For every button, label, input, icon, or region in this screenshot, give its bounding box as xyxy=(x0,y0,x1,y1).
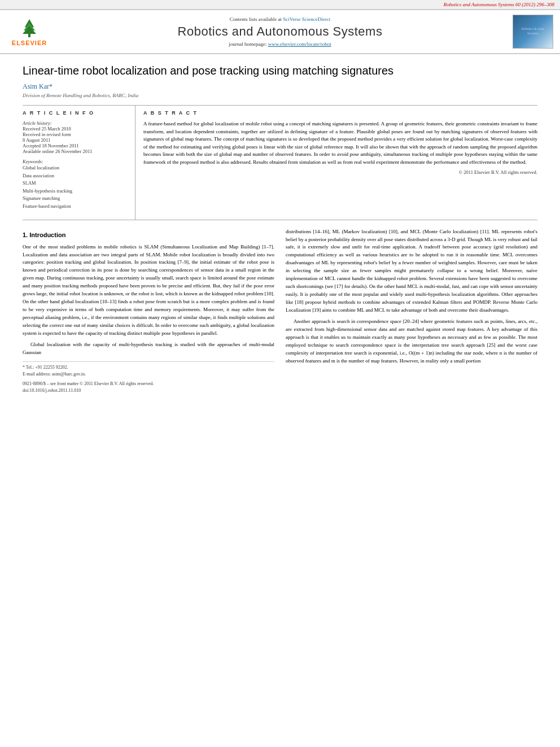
body-left-column: 1. Introduction One of the most studied … xyxy=(23,228,274,395)
journal-logo-right: Robotics & Auto Systems xyxy=(508,15,553,49)
revised-date: 8 August 2011 xyxy=(23,137,129,143)
intro-para-4: Another approach is search in correspond… xyxy=(286,318,537,365)
elsevier-tree-icon xyxy=(18,17,41,40)
journal-logo-image: Robotics & Auto Systems xyxy=(513,15,553,49)
footnote-tel: * Tel.: +91 22255 92202. xyxy=(23,364,274,371)
journal-url[interactable]: www.elsevier.com/locate/robot xyxy=(268,41,331,47)
main-content: Linear-time robot localization and pose … xyxy=(0,54,560,405)
footnote-email: E-mail address: asim@barc.gov.in. xyxy=(23,371,274,378)
article-info-label: A R T I C L E I N F O xyxy=(23,110,129,116)
keywords-list: Global localization Data association SLA… xyxy=(23,164,129,211)
journal-reference-bar: Robotics and Autonomous Systems 60 (2012… xyxy=(0,0,560,9)
sciverse-link[interactable]: SciVerse ScienceDirect xyxy=(283,16,330,22)
accepted-date: Accepted 18 November 2011 xyxy=(23,143,129,148)
keyword-1: Global localization xyxy=(23,164,129,172)
received-date: Received 25 March 2010 xyxy=(23,126,129,132)
body-right-column: distributions [14–16], ML (Markov locali… xyxy=(286,228,537,395)
abstract-text: A feature-based method for global locali… xyxy=(143,120,537,166)
footnote-issn: 0921-8890/$ – see front matter © 2011 El… xyxy=(23,381,274,387)
elsevier-wordmark: ELSEVIER xyxy=(12,40,47,46)
article-title: Linear-time robot localization and pose … xyxy=(23,63,537,78)
keywords-label: Keywords: xyxy=(23,159,129,164)
contents-available-line: Contents lists available at SciVerse Sci… xyxy=(52,16,508,22)
journal-header: ELSEVIER Contents lists available at Sci… xyxy=(0,9,560,54)
author-affiliation: Division of Remote Handling and Robotics… xyxy=(23,93,537,98)
section-1-heading: 1. Introduction xyxy=(23,230,274,240)
keyword-6: Feature-based navigation xyxy=(23,203,129,211)
keyword-5: Signature matching xyxy=(23,195,129,203)
copyright-notice: © 2011 Elsevier B.V. All rights reserved… xyxy=(143,169,537,175)
article-history: Article history: Received 25 March 2010 … xyxy=(23,120,129,154)
abstract-label: A B S T R A C T xyxy=(143,110,537,116)
intro-para-3: distributions [14–16], ML (Markov locali… xyxy=(286,228,537,314)
keyword-4: Multi-hypothesis tracking xyxy=(23,187,129,195)
online-date: Available online 26 November 2011 xyxy=(23,148,129,154)
journal-header-center: Contents lists available at SciVerse Sci… xyxy=(52,16,508,47)
journal-title: Robotics and Autonomous Systems xyxy=(52,24,508,39)
keyword-3: SLAM xyxy=(23,180,129,187)
footnote-doi: doi:10.1016/j.robot.2011.11.010 xyxy=(23,387,274,394)
revised-label: Received in revised form xyxy=(23,132,129,137)
intro-para-2: Global localization with the capacity of… xyxy=(23,341,274,357)
article-info-column: A R T I C L E I N F O Article history: R… xyxy=(23,106,135,220)
journal-homepage-line: journal homepage: www.elsevier.com/locat… xyxy=(52,41,508,47)
elsevier-logo: ELSEVIER xyxy=(7,17,52,46)
keyword-2: Data association xyxy=(23,172,129,180)
abstract-column: A B S T R A C T A feature-based method f… xyxy=(135,106,537,220)
body-content: 1. Introduction One of the most studied … xyxy=(23,228,537,395)
author-name: Asim Kar* xyxy=(23,82,537,91)
intro-para-1: One of the most studied problems in mobi… xyxy=(23,243,274,338)
keywords-group: Keywords: Global localization Data assoc… xyxy=(23,159,129,211)
article-meta-section: A R T I C L E I N F O Article history: R… xyxy=(23,105,537,220)
history-label: Article history: xyxy=(23,120,129,126)
footnote-area: * Tel.: +91 22255 92202. E-mail address:… xyxy=(23,361,274,395)
journal-reference-text: Robotics and Autonomous Systems 60 (2012… xyxy=(444,2,554,7)
